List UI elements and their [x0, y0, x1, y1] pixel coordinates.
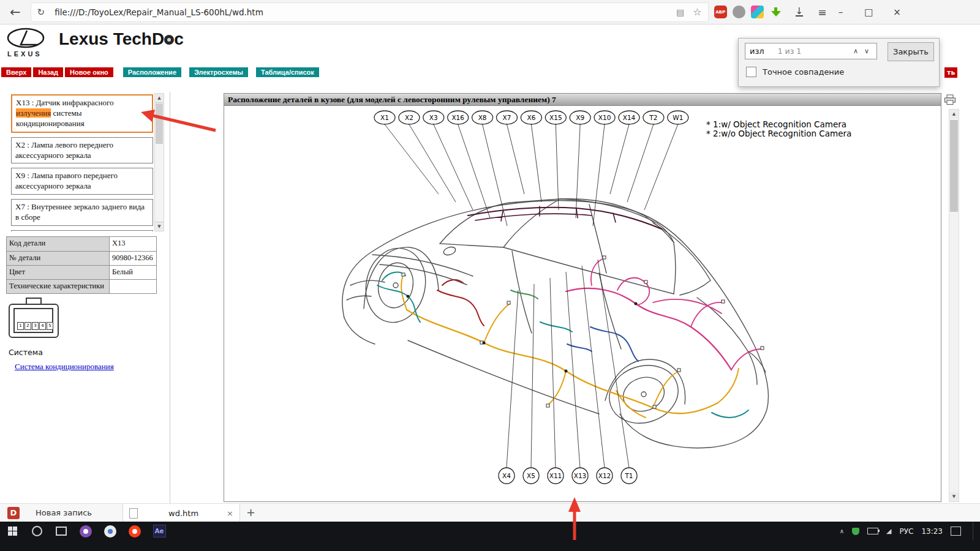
adblock-extension-icon[interactable]: ABP — [714, 6, 727, 18]
find-input[interactable]: изл 1 из 1 ∧ ∨ — [745, 43, 877, 59]
list-item[interactable]: X2 : Лампа левого переднего аксессуарног… — [11, 137, 153, 164]
start-button[interactable] — [0, 522, 24, 541]
connector-label-X4[interactable]: X4 — [499, 468, 514, 484]
connector-label-W1[interactable]: W1 — [668, 111, 688, 124]
print-icon[interactable] — [944, 94, 956, 105]
taskbar-app-ae[interactable]: Ae — [147, 522, 172, 541]
nav-teal-button-2[interactable]: Таблица/список — [256, 67, 319, 77]
svg-text:X2: X2 — [405, 114, 413, 121]
taskbar-app-2[interactable] — [98, 522, 123, 541]
action-center-icon[interactable] — [951, 527, 961, 536]
connector-label-X13[interactable]: X13 — [572, 468, 588, 484]
reading-view-icon[interactable]: ▤ — [676, 7, 684, 17]
app-icon-light — [104, 525, 116, 538]
connector-label-X11[interactable]: X11 — [548, 468, 564, 484]
connector-pin: 5 — [47, 322, 53, 330]
back-button[interactable]: ← — [10, 5, 21, 20]
main-scroll-up-arrow[interactable]: ▲ — [949, 110, 959, 119]
connector-label-X9[interactable]: X9 — [570, 111, 590, 124]
downloads-button[interactable]: ↓ — [796, 7, 804, 17]
svg-text:W1: W1 — [673, 114, 683, 121]
taskbar-app-3[interactable] — [123, 522, 147, 541]
maximize-button[interactable]: □ — [854, 7, 883, 18]
nav-red-button-1[interactable]: Назад — [33, 67, 63, 77]
find-match-count: 1 из 1 — [778, 47, 850, 56]
network-icon[interactable]: ◢ — [886, 528, 891, 534]
extension-icon-2[interactable] — [733, 6, 745, 18]
tab-label: wd.htm — [143, 509, 224, 518]
main-scroll-down-arrow[interactable]: ▼ — [949, 492, 959, 501]
find-query-text: изл — [750, 47, 764, 56]
scrollbar-thumb[interactable] — [156, 103, 163, 144]
connector-label-X5[interactable]: X5 — [523, 468, 539, 484]
connector-label-T2[interactable]: T2 — [643, 111, 664, 124]
connector-label-X8[interactable]: X8 — [472, 111, 493, 124]
show-desktop-button[interactable] — [973, 522, 976, 541]
car-wiring-diagram: X1X2X3X16X8X7X6X15X9X10X14T2W1 X4X5X11X1… — [224, 107, 941, 501]
find-previous-button[interactable]: ∧ — [850, 47, 861, 55]
exact-match-checkbox[interactable] — [746, 67, 756, 77]
connector-label-X10[interactable]: X10 — [594, 111, 615, 124]
tab-wd-htm[interactable]: wd.htm × — [123, 504, 240, 522]
pinned-tab-label[interactable]: Новая запись — [36, 508, 92, 517]
nav-teal-button-0[interactable]: Расположение — [123, 67, 181, 77]
scroll-down-arrow[interactable]: ▼ — [155, 222, 164, 231]
connector-label-X7[interactable]: X7 — [497, 111, 518, 124]
connector-pin: 2 — [24, 322, 31, 330]
main-scrollbar-thumb[interactable] — [950, 120, 958, 212]
taskbar-app-1[interactable] — [74, 522, 98, 541]
extension-icon-3[interactable] — [751, 6, 764, 18]
nav-red-button-2[interactable]: Новое окно — [65, 67, 113, 77]
refresh-button[interactable]: ↻ — [37, 7, 45, 18]
system-link[interactable]: Система кондиционирования — [15, 362, 114, 372]
connector-pin: 4 — [39, 322, 46, 330]
details-row: № детали90980-12366 — [7, 251, 156, 265]
sidebar-scrollbar[interactable]: ▲ ▼ — [154, 93, 164, 231]
list-item[interactable]: X9 : Лампа правого переднего аксессуарно… — [11, 168, 153, 195]
address-bar[interactable]: ↻ file:///D:/ToyoLex/Repair_Manual_LS-60… — [31, 2, 709, 22]
connector-label-X2[interactable]: X2 — [399, 111, 420, 124]
details-row: ЦветБелый — [7, 265, 156, 279]
download-helper-icon[interactable] — [769, 6, 782, 18]
connector-label-X3[interactable]: X3 — [423, 111, 444, 124]
battery-icon[interactable] — [867, 528, 878, 534]
new-tab-button[interactable]: + — [246, 506, 255, 519]
svg-text:X1: X1 — [380, 114, 389, 121]
language-indicator[interactable]: РУС — [899, 527, 913, 536]
techdoc-o-icon — [164, 35, 174, 45]
app-icon-purple — [80, 525, 92, 538]
find-close-button[interactable]: Закрыть — [888, 42, 934, 61]
windows-logo-icon — [8, 527, 17, 536]
find-next-button[interactable]: ∨ — [861, 47, 872, 55]
nav-teal-button-1[interactable]: Электросхемы — [189, 67, 248, 77]
nav-red-button-0[interactable]: Вверх — [1, 67, 31, 77]
print-button-partial[interactable]: ть — [944, 67, 957, 78]
favorites-star-icon[interactable]: ☆ — [693, 6, 701, 18]
tray-expand-icon[interactable]: ∧ — [840, 528, 844, 534]
details-key: Код детали — [7, 237, 110, 251]
clock[interactable]: 13:23 — [921, 527, 943, 536]
connector-label-X14[interactable]: X14 — [619, 111, 639, 124]
tab-close-icon[interactable]: × — [227, 509, 233, 518]
connector-label-X12[interactable]: X12 — [597, 468, 612, 484]
hub-button[interactable]: ≡ — [818, 6, 826, 18]
task-view-button[interactable] — [49, 522, 74, 541]
connector-label-X6[interactable]: X6 — [521, 111, 541, 124]
list-item[interactable]: W1 : Фильтр подавления помех (обогревате… — [11, 230, 153, 231]
url-text: file:///D:/ToyoLex/Repair_Manual_LS-600h… — [55, 7, 669, 17]
minimize-button[interactable]: – — [826, 7, 854, 18]
scroll-up-arrow[interactable]: ▲ — [155, 94, 164, 103]
connector-label-X15[interactable]: X15 — [545, 111, 566, 124]
svg-text:T1: T1 — [624, 472, 633, 479]
connector-label-X1[interactable]: X1 — [374, 111, 395, 124]
diagram-title-bar: Расположение деталей в кузове (для модел… — [224, 94, 941, 106]
list-item[interactable]: X7 : Внутреннее зеркало заднего вида в с… — [11, 199, 153, 226]
close-button[interactable]: × — [883, 7, 911, 18]
pinned-app-icon[interactable]: D — [7, 507, 20, 519]
main-scrollbar[interactable]: ▲ ▼ — [949, 109, 959, 502]
connector-label-X16[interactable]: X16 — [448, 111, 469, 124]
antivirus-tray-icon[interactable] — [852, 528, 859, 535]
search-button[interactable] — [24, 522, 49, 541]
list-item[interactable]: X13 : Датчик инфракрасного излучения сис… — [11, 94, 153, 133]
connector-label-T1[interactable]: T1 — [621, 468, 637, 484]
